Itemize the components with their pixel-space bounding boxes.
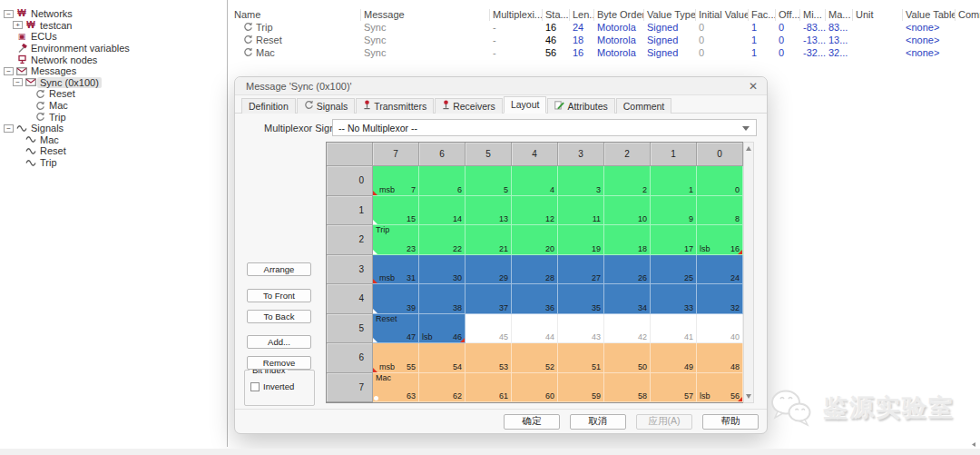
bit-cell-reset[interactable]: 26 — [604, 255, 651, 285]
bit-cell-mac[interactable]: msb55 — [373, 343, 419, 373]
bit-cell-mac[interactable]: 49 — [651, 343, 697, 373]
bit-cell-trip[interactable]: 19 — [558, 225, 604, 255]
column-header-ma-[interactable]: Ma... — [826, 9, 853, 21]
scroll-up-icon[interactable] — [746, 146, 751, 151]
tree-item-reset[interactable]: Reset — [0, 145, 226, 157]
tree-item-testcan[interactable]: +₩testcan — [0, 20, 226, 32]
bit-cell-trip[interactable]: 20 — [512, 225, 558, 255]
table-row[interactable]: MacSync-5616MotorolaSigned010-32...32...… — [231, 46, 980, 59]
tab-layout[interactable]: Layout — [504, 96, 547, 114]
bit-cell-trip[interactable]: Trip23 — [373, 225, 419, 255]
inverted-checkbox[interactable]: Inverted — [250, 381, 294, 391]
column-header-multiplexi-[interactable]: Multiplexi... — [490, 9, 543, 21]
bit-cell-reset[interactable]: 32 — [697, 284, 743, 314]
column-header-initial-value[interactable]: Initial Value — [696, 9, 749, 21]
bit-cell-reset[interactable]: 29 — [466, 255, 512, 285]
tab-receivers[interactable]: Receivers — [435, 98, 503, 114]
table-row[interactable]: ResetSync-4618MotorolaSigned010-13...13.… — [231, 34, 980, 46]
bit-cell-mac[interactable]: 54 — [419, 343, 466, 373]
bit-cell-reset[interactable]: msb31 — [373, 255, 419, 285]
bit-cell-reset[interactable]: 39 — [373, 284, 419, 314]
column-header-byte-order[interactable]: Byte Order — [594, 9, 644, 21]
bit-cell-mac[interactable]: lsb56 — [697, 373, 743, 403]
bit-cell-empty[interactable]: 43 — [558, 314, 604, 344]
bit-cell-trip[interactable]: 0 — [697, 166, 743, 196]
tree-item-mac[interactable]: Mac — [0, 134, 226, 146]
bit-cell-reset[interactable]: 35 — [558, 284, 604, 314]
bit-cell-mac[interactable]: 52 — [512, 343, 558, 373]
bit-cell-mac[interactable]: 53 — [466, 343, 512, 373]
footer-button-确定[interactable]: 确定 — [504, 414, 560, 430]
footer-button-取消[interactable]: 取消 — [570, 414, 626, 430]
bit-cell-reset[interactable]: lsb46 — [419, 314, 466, 344]
bit-cell-mac[interactable]: 61 — [466, 373, 512, 403]
bit-cell-reset[interactable]: 24 — [697, 255, 743, 285]
panel-divider[interactable] — [227, 0, 228, 447]
tab-definition[interactable]: Definition — [241, 98, 296, 114]
bit-cell-trip[interactable]: 18 — [604, 225, 651, 255]
bit-cell-reset[interactable]: 38 — [419, 284, 466, 314]
tree-item-reset[interactable]: Reset — [0, 88, 226, 100]
column-header-name[interactable]: Name — [231, 9, 361, 21]
footer-button-帮助[interactable]: 帮助 — [702, 414, 759, 430]
scroll-down-icon[interactable] — [746, 394, 751, 399]
column-header-len-[interactable]: Len... — [570, 9, 594, 21]
bit-cell-trip[interactable]: 21 — [466, 225, 512, 255]
bit-cell-trip[interactable]: 9 — [651, 196, 697, 226]
table-row[interactable]: TripSync-1624MotorolaSigned010-83...83..… — [231, 21, 980, 34]
bit-cell-mac[interactable]: 57 — [651, 373, 697, 403]
bit-cell-trip[interactable]: 6 — [419, 166, 466, 196]
bit-cell-empty[interactable]: 44 — [512, 314, 558, 344]
bit-cell-mac[interactable]: 59 — [558, 373, 604, 403]
checkbox-icon[interactable] — [250, 382, 260, 391]
bit-cell-trip[interactable]: 5 — [466, 166, 512, 196]
bit-cell-trip[interactable]: 8 — [697, 196, 743, 226]
bit-cell-mac[interactable]: 60 — [512, 373, 558, 403]
bit-cell-trip[interactable]: 3 — [558, 166, 604, 196]
tree-item-trip[interactable]: Trip — [0, 111, 226, 123]
remove-button[interactable]: Remove — [247, 356, 311, 370]
tree-item-trip[interactable]: Trip — [0, 157, 226, 169]
bit-cell-trip[interactable]: 12 — [512, 196, 558, 226]
bit-cell-reset[interactable]: 25 — [651, 255, 697, 285]
bit-cell-trip[interactable]: msb7 — [373, 166, 419, 196]
bit-cell-reset[interactable]: 27 — [558, 255, 604, 285]
bit-cell-mac[interactable]: 50 — [604, 343, 651, 373]
tree-item-mac[interactable]: Mac — [0, 100, 226, 112]
tree-item-signals[interactable]: −Signals — [0, 123, 226, 134]
tab-transmitters[interactable]: Transmitters — [356, 98, 434, 114]
bit-cell-trip[interactable]: 13 — [466, 196, 512, 226]
column-header-mi-[interactable]: Mi... — [800, 9, 826, 21]
tree-item-sync-0x100-[interactable]: −Sync (0x100) — [0, 77, 226, 89]
bit-cell-reset[interactable]: 28 — [512, 255, 558, 285]
column-header-value-type[interactable]: Value Type — [644, 9, 696, 21]
bit-cell-trip[interactable]: 15 — [373, 196, 419, 226]
column-header-off-[interactable]: Off... — [776, 9, 800, 21]
bit-cell-reset[interactable]: 37 — [466, 284, 512, 314]
bit-cell-mac[interactable]: 58 — [604, 373, 651, 403]
tree-item-networks[interactable]: −₩Networks — [0, 8, 226, 20]
tree-item-environment-variables[interactable]: Environment variables — [0, 43, 226, 54]
tree-item-network-nodes[interactable]: Network nodes — [0, 54, 226, 65]
bit-cell-empty[interactable]: 42 — [604, 314, 651, 344]
column-header-sta-[interactable]: Sta... — [543, 9, 570, 21]
collapse-icon[interactable]: − — [13, 78, 23, 86]
bit-cell-mac[interactable]: 48 — [697, 343, 743, 373]
tree-item-messages[interactable]: −Messages — [0, 65, 226, 77]
bit-cell-reset[interactable]: 33 — [651, 284, 697, 314]
bit-cell-mac[interactable]: 51 — [558, 343, 604, 373]
collapse-icon[interactable]: − — [4, 10, 14, 18]
bit-cell-empty[interactable]: 40 — [697, 314, 743, 344]
dialog-titlebar[interactable]: Message 'Sync (0x100)' ✕ — [235, 77, 767, 95]
multiplexor-select[interactable]: -- No Multiplexor -- — [332, 119, 757, 136]
bit-cell-trip[interactable]: 14 — [419, 196, 466, 226]
column-header-unit[interactable]: Unit — [853, 9, 903, 21]
bit-cell-trip[interactable]: lsb16 — [697, 225, 743, 255]
collapse-icon[interactable]: − — [4, 67, 14, 75]
bit-cell-mac[interactable]: Mac63 — [373, 373, 419, 403]
column-header-fac-[interactable]: Fac... — [749, 9, 776, 21]
grid-scrollbar[interactable] — [743, 142, 754, 403]
bit-cell-empty[interactable]: 41 — [651, 314, 697, 344]
bit-cell-trip[interactable]: 17 — [651, 225, 697, 255]
bit-cell-trip[interactable]: 22 — [419, 225, 466, 255]
